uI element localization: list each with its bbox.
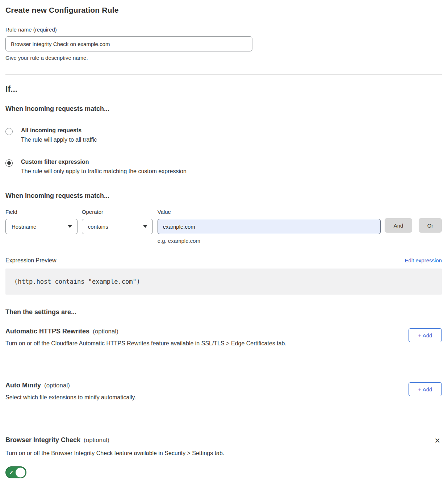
if-heading: If... — [5, 84, 442, 94]
radio-option-label: All incoming requests — [21, 127, 97, 134]
divider — [5, 74, 442, 75]
radio-option-description: The rule will apply to all traffic — [21, 137, 97, 143]
expression-builder-row: Field Hostname Operator contains Value e… — [5, 209, 442, 244]
expression-preview-row: Expression Preview Edit expression — [5, 257, 442, 264]
setting-optional-tag: (optional) — [44, 382, 70, 389]
operator-label: Operator — [82, 209, 153, 215]
setting-description: Select which file extensions to minify a… — [5, 394, 136, 401]
and-button[interactable]: And — [385, 218, 412, 233]
radio-button-unselected[interactable] — [5, 128, 13, 135]
rule-name-input[interactable] — [5, 36, 252, 51]
page-title: Create new Configuration Rule — [5, 6, 442, 14]
setting-optional-tag: (optional) — [93, 328, 118, 335]
chevron-down-icon — [68, 225, 72, 228]
operator-select[interactable]: contains — [82, 219, 153, 234]
value-column: Value e.g. example.com — [158, 209, 381, 244]
builder-heading: When incoming requests match... — [5, 192, 442, 200]
radio-option-label: Custom filter expression — [21, 159, 187, 165]
setting-text: Automatic HTTPS Rewrites (optional) Turn… — [5, 328, 286, 347]
field-column: Field Hostname — [5, 209, 78, 244]
radio-option-text: All incoming requests The rule will appl… — [21, 127, 97, 143]
rule-name-label: Rule name (required) — [5, 26, 442, 33]
setting-automatic-https-rewrites: Automatic HTTPS Rewrites (optional) Turn… — [5, 328, 442, 347]
or-button[interactable]: Or — [419, 218, 442, 233]
setting-title: Browser Integrity Check — [5, 436, 80, 444]
field-label: Field — [5, 209, 78, 215]
radio-option-description: The rule will only apply to traffic matc… — [21, 168, 187, 175]
rule-name-helper: Give your rule a descriptive name. — [5, 55, 442, 61]
edit-expression-link[interactable]: Edit expression — [405, 257, 442, 263]
value-label: Value — [158, 209, 381, 215]
close-icon[interactable]: ✕ — [433, 436, 442, 445]
setting-text: Auto Minify (optional) Select which file… — [5, 382, 136, 401]
add-automatic-https-rewrites-button[interactable]: + Add — [409, 328, 442, 342]
radio-option-all-incoming[interactable]: All incoming requests The rule will appl… — [5, 127, 442, 143]
setting-title-text: Browser Integrity Check (optional) — [5, 436, 109, 444]
radio-option-custom-filter[interactable]: Custom filter expression The rule will o… — [5, 159, 442, 175]
chevron-down-icon — [143, 225, 147, 228]
create-configuration-rule-form: Create new Configuration Rule Rule name … — [0, 0, 448, 478]
setting-auto-minify: Auto Minify (optional) Select which file… — [5, 382, 442, 401]
field-select-value: Hostname — [12, 224, 36, 230]
value-input[interactable] — [158, 219, 381, 234]
expression-preview-label: Expression Preview — [5, 257, 56, 264]
setting-title-row: Browser Integrity Check (optional) ✕ — [5, 436, 442, 445]
expression-preview-code: (http.host contains "example.com") — [5, 269, 442, 295]
setting-description: Turn on or off the Browser Integrity Che… — [5, 450, 442, 457]
setting-title-row: Automatic HTTPS Rewrites (optional) — [5, 328, 286, 335]
setting-description: Turn on or off the Cloudflare Automatic … — [5, 340, 286, 347]
browser-integrity-check-toggle[interactable]: ✓ — [5, 466, 26, 478]
and-or-buttons: And Or — [385, 209, 442, 244]
setting-title: Automatic HTTPS Rewrites — [5, 328, 89, 335]
value-helper: e.g. example.com — [158, 238, 381, 244]
operator-select-value: contains — [88, 224, 108, 230]
add-auto-minify-button[interactable]: + Add — [409, 382, 442, 396]
toggle-knob — [16, 467, 25, 477]
divider — [5, 364, 442, 364]
then-heading: Then the settings are... — [5, 308, 442, 316]
radio-option-text: Custom filter expression The rule will o… — [21, 159, 187, 175]
radio-button-selected[interactable] — [5, 159, 13, 167]
operator-column: Operator contains — [82, 209, 153, 244]
match-heading: When incoming requests match... — [5, 105, 442, 113]
setting-title-row: Auto Minify (optional) — [5, 382, 136, 389]
setting-title: Auto Minify — [5, 382, 41, 389]
field-select[interactable]: Hostname — [5, 219, 78, 234]
check-icon: ✓ — [9, 469, 14, 475]
divider — [5, 418, 442, 418]
setting-optional-tag: (optional) — [84, 437, 109, 444]
setting-browser-integrity-check: Browser Integrity Check (optional) ✕ Tur… — [5, 436, 442, 478]
